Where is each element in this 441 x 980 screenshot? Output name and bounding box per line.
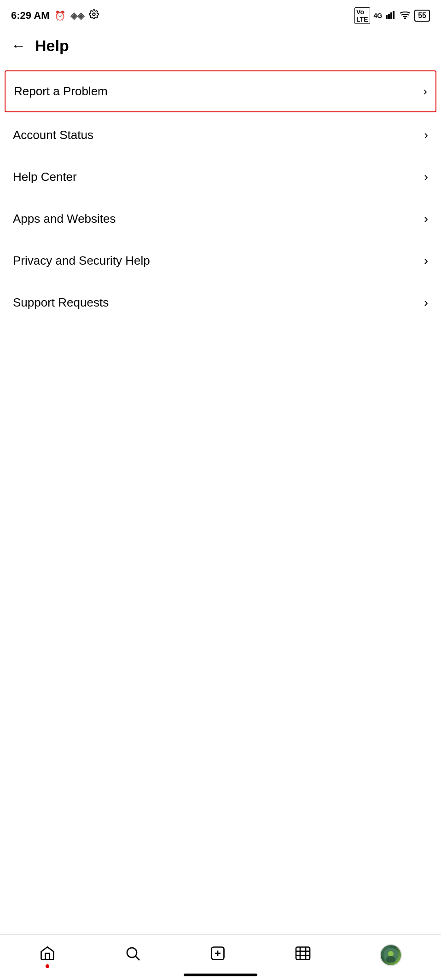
svg-rect-4 (393, 11, 395, 19)
chevron-right-icon: › (424, 212, 428, 226)
svg-rect-1 (386, 15, 388, 19)
home-notification-dot (46, 964, 49, 968)
battery-indicator: 55 (414, 10, 430, 22)
nav-item-create[interactable] (209, 945, 226, 965)
svg-rect-11 (296, 947, 310, 960)
chevron-right-icon: › (423, 84, 427, 99)
signal-4g-icon: 4G (374, 12, 383, 19)
chevron-right-icon: › (424, 170, 428, 184)
menu-item-support-requests-label: Support Requests (13, 296, 109, 310)
status-indicators: VoLTE 4G 55 (354, 7, 430, 24)
menu-item-report-problem-label: Report a Problem (14, 84, 108, 99)
chevron-right-icon: › (424, 296, 428, 310)
menu-item-help-center-label: Help Center (13, 170, 77, 184)
help-menu-list: Report a Problem › Account Status › Help… (0, 64, 441, 934)
nav-item-search[interactable] (124, 945, 141, 965)
wifi-icon (400, 11, 411, 21)
settings-icon (89, 9, 99, 22)
svg-rect-3 (390, 12, 392, 19)
menu-item-apps-websites-label: Apps and Websites (13, 212, 116, 226)
chevron-right-icon: › (424, 128, 428, 142)
status-bar: 6:29 AM ⏰ ◈◈ VoLTE 4G (0, 0, 441, 28)
menu-item-help-center[interactable]: Help Center › (0, 156, 441, 198)
profile-avatar (380, 944, 402, 966)
volte-icon: VoLTE (354, 7, 370, 24)
nav-item-profile[interactable] (380, 944, 402, 966)
status-time: 6:29 AM (11, 10, 50, 22)
home-icon (39, 945, 56, 965)
page-header: ← Help (0, 28, 441, 64)
menu-item-account-status-label: Account Status (13, 128, 93, 142)
svg-line-7 (136, 957, 139, 960)
menu-item-support-requests[interactable]: Support Requests › (0, 282, 441, 324)
svg-point-0 (93, 13, 95, 16)
menu-item-privacy-security[interactable]: Privacy and Security Help › (0, 240, 441, 282)
page-title: Help (35, 37, 69, 55)
svg-rect-2 (388, 14, 390, 19)
menu-item-apps-websites[interactable]: Apps and Websites › (0, 198, 441, 240)
menu-item-account-status[interactable]: Account Status › (0, 114, 441, 156)
status-time-area: 6:29 AM ⏰ ◈◈ (11, 9, 99, 22)
search-icon (124, 945, 141, 965)
svg-point-6 (127, 948, 137, 957)
reels-icon (295, 945, 311, 965)
chevron-right-icon: › (424, 254, 428, 268)
bottom-navigation (0, 934, 441, 980)
nav-item-reels[interactable] (295, 945, 311, 965)
create-icon (209, 945, 226, 965)
alarm-icon: ⏰ (54, 10, 66, 21)
meta-icon: ◈◈ (70, 10, 84, 21)
menu-item-report-problem[interactable]: Report a Problem › (5, 70, 436, 112)
home-indicator-bar (184, 974, 257, 976)
menu-item-privacy-security-label: Privacy and Security Help (13, 254, 150, 268)
back-button[interactable]: ← (11, 37, 26, 54)
svg-point-5 (405, 18, 406, 19)
nav-item-home[interactable] (39, 945, 56, 965)
signal-bars-icon (386, 11, 396, 21)
svg-point-13 (388, 951, 394, 957)
